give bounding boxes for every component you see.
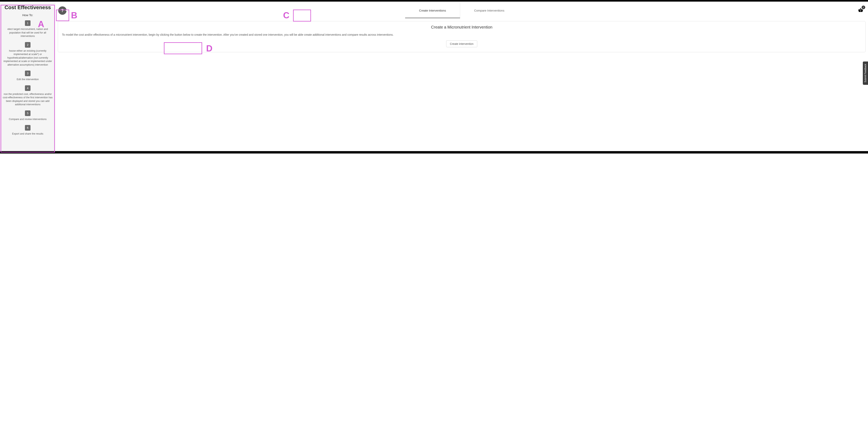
step-text: hoose either an existing (currently impl… — [2, 49, 54, 67]
howto-label: How To: — [2, 13, 54, 17]
step-3: 3 Edit the intervention — [2, 70, 54, 81]
create-intervention-button[interactable]: Create intervention — [446, 40, 477, 47]
step-text: Export and share the results — [2, 132, 54, 136]
submit-feedback-tab[interactable]: Submit Feedback — [863, 61, 868, 85]
tab-compare-interventions[interactable]: Compare Interventions — [460, 3, 518, 18]
main-content: ? Create Interventions Compare Intervent… — [55, 2, 868, 151]
step-text: Compare and review interventions — [2, 118, 54, 121]
card-action-row: Create intervention — [62, 40, 861, 47]
step-number-badge: 6 — [25, 125, 31, 130]
step-1: 1 elect target micronutrient, nation and… — [2, 20, 54, 38]
basket-button[interactable]: 0 — [858, 7, 863, 13]
tab-label: Create Interventions — [419, 9, 446, 12]
step-text: nce the predicted cost, effectiveness an… — [2, 92, 54, 106]
tab-label: Compare Interventions — [474, 9, 504, 12]
tab-group: Create Interventions Compare Interventio… — [405, 3, 518, 18]
step-6: 6 Export and share the results — [2, 125, 54, 136]
step-number-badge: 5 — [25, 111, 31, 116]
step-text: elect target micronutrient, nation and p… — [2, 28, 54, 38]
topbar: ? Create Interventions Compare Intervent… — [55, 2, 868, 20]
feedback-label: Submit Feedback — [864, 64, 867, 82]
help-icon: ? — [61, 8, 64, 13]
tab-create-interventions[interactable]: Create Interventions — [405, 3, 460, 18]
card-body-text: To model the cost and/or effectiveness o… — [62, 33, 861, 37]
sidebar: Cost Effectiveness How To: 1 elect targe… — [0, 2, 55, 151]
step-number-badge: 3 — [25, 70, 31, 76]
card-title: Create a Micronutrient Intervention — [62, 25, 861, 30]
sidebar-title: Cost Effectiveness — [2, 4, 54, 10]
step-4: 4 nce the predicted cost, effectiveness … — [2, 85, 54, 106]
app-window: Cost Effectiveness How To: 1 elect targe… — [0, 0, 868, 154]
step-text: Edit the intervention — [2, 78, 54, 81]
create-intervention-card: Create a Micronutrient Intervention To m… — [58, 21, 866, 52]
step-2: 2 hoose either an existing (currently im… — [2, 42, 54, 67]
help-button[interactable]: ? — [58, 6, 67, 15]
step-5: 5 Compare and review interventions — [2, 111, 54, 121]
basket-count-badge: 0 — [862, 6, 865, 9]
step-number-badge: 1 — [25, 20, 31, 26]
step-number-badge: 4 — [25, 85, 31, 91]
step-number-badge: 2 — [25, 42, 31, 48]
